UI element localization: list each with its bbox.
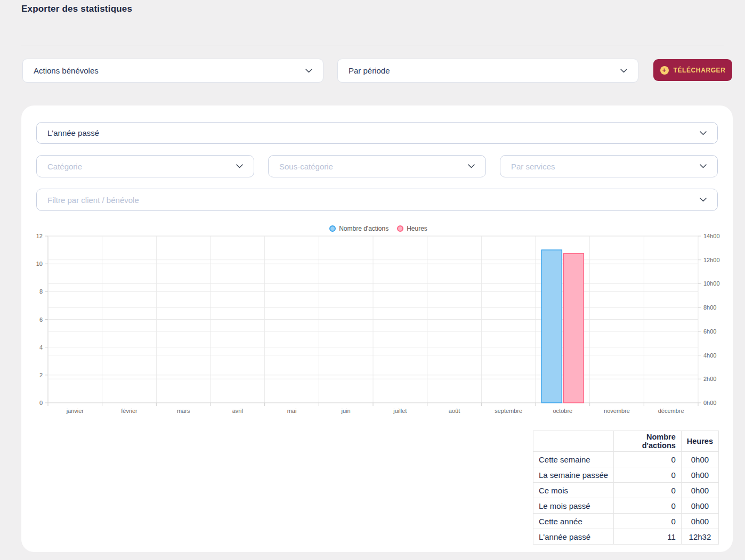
category-select-placeholder: Catégorie — [47, 162, 236, 171]
svg-text:0h00: 0h00 — [703, 400, 716, 406]
summary-table-row: Ce mois00h00 — [533, 483, 719, 498]
summary-table-row: Le mois passé00h00 — [533, 498, 719, 514]
svg-text:2: 2 — [39, 372, 43, 378]
services-select[interactable]: Par services — [500, 155, 718, 177]
summary-cell: Ce mois — [533, 483, 614, 498]
svg-text:septembre: septembre — [495, 408, 522, 414]
legend-item[interactable]: Heures — [397, 225, 427, 232]
services-select-placeholder: Par services — [511, 162, 700, 171]
period-mode-select[interactable]: Par période — [337, 59, 638, 83]
svg-text:novembre: novembre — [604, 408, 630, 414]
bar-heures — [563, 254, 584, 403]
svg-text:10: 10 — [36, 261, 43, 267]
chevron-down-icon — [700, 198, 707, 202]
svg-text:mai: mai — [287, 408, 297, 414]
svg-text:10h00: 10h00 — [703, 280, 720, 287]
svg-text:juin: juin — [341, 408, 351, 414]
download-button[interactable]: + TÉLÉCHARGER — [653, 59, 732, 81]
header-actions: Nombre d'actions — [614, 431, 681, 452]
svg-text:octobre: octobre — [553, 408, 572, 414]
subcategory-select-placeholder: Sous-catégorie — [279, 162, 468, 171]
svg-text:août: août — [449, 408, 460, 414]
period-mode-value: Par période — [349, 66, 620, 75]
page-title: Exporter des statistiques — [21, 4, 132, 14]
header-heures: Heures — [681, 431, 718, 452]
client-filter-select[interactable]: Filtre par client / bénévole — [36, 189, 718, 211]
subcategory-select[interactable]: Sous-catégorie — [268, 155, 486, 177]
svg-text:12: 12 — [36, 233, 43, 239]
svg-text:février: février — [121, 408, 137, 414]
period-select[interactable]: L'année passé — [36, 122, 718, 144]
summary-cell: Cette année — [533, 514, 614, 529]
chart-legend: Nombre d'actionsHeures — [32, 224, 725, 233]
category-select[interactable]: Catégorie — [36, 155, 254, 177]
chevron-down-icon — [236, 164, 243, 168]
summary-cell: 0 — [614, 514, 681, 529]
svg-text:décembre: décembre — [658, 408, 684, 414]
chart-svg: janvierfévriermarsavrilmaijuinjuilletaoû… — [32, 233, 725, 418]
period-select-value: L'année passé — [47, 128, 700, 137]
svg-text:8h00: 8h00 — [703, 304, 716, 311]
report-type-value: Actions bénévoles — [34, 66, 305, 75]
svg-text:6h00: 6h00 — [703, 328, 716, 335]
svg-text:juillet: juillet — [393, 408, 407, 414]
summary-table-header-row: Nombre d'actions Heures — [533, 431, 719, 452]
svg-text:janvier: janvier — [66, 408, 84, 414]
svg-text:4: 4 — [39, 344, 43, 351]
chevron-down-icon — [620, 69, 627, 73]
summary-table-row: Cette semaine00h00 — [533, 452, 719, 467]
header-divider — [21, 45, 724, 45]
svg-text:14h00: 14h00 — [703, 233, 720, 239]
summary-cell: 0h00 — [681, 452, 718, 467]
report-type-select[interactable]: Actions bénévoles — [22, 59, 323, 83]
legend-label: Nombre d'actions — [339, 225, 388, 232]
export-statistics-page: Exporter des statistiques Actions bénévo… — [0, 0, 745, 560]
summary-cell: Le mois passé — [533, 498, 614, 514]
summary-cell: La semaine passée — [533, 467, 614, 483]
summary-cell: 0h00 — [681, 514, 718, 529]
legend-label: Heures — [407, 225, 427, 232]
client-filter-placeholder: Filtre par client / bénévole — [47, 196, 700, 205]
svg-text:8: 8 — [39, 288, 43, 295]
svg-text:4h00: 4h00 — [703, 352, 716, 359]
summary-cell: L'année passé — [533, 529, 614, 545]
svg-text:12h00: 12h00 — [703, 257, 720, 263]
summary-cell: 0 — [614, 467, 681, 483]
summary-cell: 0 — [614, 452, 681, 467]
chevron-down-icon — [305, 69, 312, 73]
summary-table-row: La semaine passée00h00 — [533, 467, 719, 483]
summary-cell: Cette semaine — [533, 452, 614, 467]
summary-cell: 0h00 — [681, 498, 718, 514]
svg-text:6: 6 — [39, 316, 43, 323]
summary-table: Nombre d'actions Heures Cette semaine00h… — [533, 431, 719, 545]
svg-text:avril: avril — [232, 408, 243, 414]
download-button-label: TÉLÉCHARGER — [674, 67, 726, 74]
svg-text:mars: mars — [177, 408, 190, 414]
summary-table-row: L'année passé1112h32 — [533, 529, 719, 545]
summary-cell: 0 — [614, 498, 681, 514]
summary-cell: 12h32 — [681, 529, 718, 545]
plus-icon: + — [660, 66, 669, 75]
summary-table-row: Cette année00h00 — [533, 514, 719, 529]
svg-text:0: 0 — [39, 400, 43, 406]
chevron-down-icon — [700, 131, 707, 135]
summary-cell: 0h00 — [681, 483, 718, 498]
bar-actions — [541, 250, 562, 403]
summary-cell: 0 — [614, 483, 681, 498]
summary-cell: 0h00 — [681, 467, 718, 483]
chevron-down-icon — [468, 164, 475, 168]
legend-item[interactable]: Nombre d'actions — [329, 225, 388, 232]
legend-dot-icon — [329, 225, 336, 232]
svg-text:2h00: 2h00 — [703, 376, 716, 382]
summary-cell: 11 — [614, 529, 681, 545]
chevron-down-icon — [700, 164, 707, 168]
legend-dot-icon — [397, 225, 403, 232]
summary-table-body: Cette semaine00h00La semaine passée00h00… — [533, 452, 719, 545]
header-empty — [533, 431, 614, 452]
